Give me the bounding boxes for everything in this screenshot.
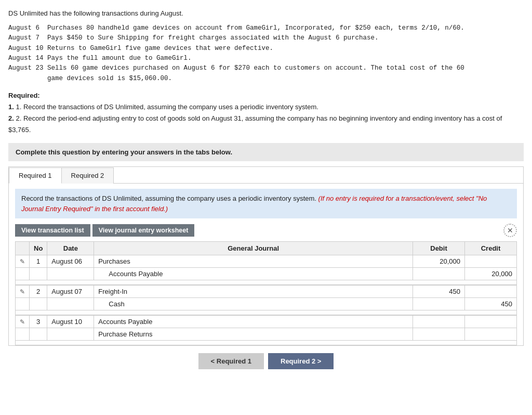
row-account-2a: Freight-In — [94, 285, 413, 298]
toolbar: View transaction list View journal entry… — [15, 224, 517, 237]
journal-table: No Date General Journal Debit Credit ✎ 1… — [15, 241, 517, 345]
req2-label: 2. — [8, 114, 14, 122]
required-block: Required: 1. 1. Record the transactions … — [8, 90, 524, 136]
row-date-1: August 06 — [47, 255, 94, 268]
col-date: Date — [47, 242, 94, 255]
prev-button[interactable]: < Required 1 — [198, 353, 264, 369]
edit-cell-1b — [16, 268, 30, 280]
no-cell-2b — [30, 298, 47, 310]
no-cell-3b — [30, 328, 47, 341]
table-row: Cash 450 — [16, 298, 517, 310]
transaction-item-1: August 6 Purchases 80 handheld game devi… — [8, 23, 524, 33]
row-debit-3b — [413, 328, 465, 341]
edit-icon-cell-1[interactable]: ✎ — [16, 255, 30, 268]
intro-title: DS Unlimited has the following transacti… — [8, 8, 524, 19]
req1-label: 1. — [8, 103, 14, 111]
date-cell-1b — [47, 268, 94, 280]
tabs-container: Required 1 Required 2 Record the transac… — [8, 166, 524, 346]
instruction-main: Record the transactions of DS Unlimited,… — [21, 194, 316, 202]
row-account-3a: Accounts Payable — [94, 315, 413, 328]
table-row: Accounts Payable 20,000 — [16, 268, 517, 280]
table-header-row: No Date General Journal Debit Credit — [16, 242, 517, 255]
intro-section: DS Unlimited has the following transacti… — [8, 8, 524, 84]
row-credit-1a — [465, 255, 517, 268]
row-credit-3a — [465, 315, 517, 328]
col-no: No — [30, 242, 47, 255]
spacer-row — [16, 280, 517, 286]
table-row: ✎ 1 August 06 Purchases 20,000 — [16, 255, 517, 268]
complete-banner: Complete this question by entering your … — [8, 143, 524, 161]
required-header: Required: — [8, 92, 40, 99]
tab-content: Record the transactions of DS Unlimited,… — [9, 184, 523, 345]
row-debit-2b — [413, 298, 465, 310]
row-no-3: 3 — [30, 315, 47, 328]
edit-cell-2b — [16, 298, 30, 310]
row-account-3b: Purchase Returns — [94, 328, 413, 341]
row-credit-1b: 20,000 — [465, 268, 517, 280]
view-transaction-list-button[interactable]: View transaction list — [15, 224, 90, 237]
row-credit-2b: 450 — [465, 298, 517, 310]
view-journal-entry-worksheet-button[interactable]: View journal entry worksheet — [92, 224, 195, 237]
row-no-1: 1 — [30, 255, 47, 268]
edit-icon-cell-2[interactable]: ✎ — [16, 285, 30, 298]
transaction-item-4: August 14 Pays the full amount due to Ga… — [8, 54, 524, 63]
table-row: ✎ 3 August 10 Accounts Payable — [16, 315, 517, 328]
row-debit-1b — [413, 268, 465, 280]
row-no-2: 2 — [30, 285, 47, 298]
bottom-nav: < Required 1 Required 2 > — [8, 353, 524, 374]
edit-icon-1[interactable]: ✎ — [20, 258, 25, 265]
spacer-row — [16, 341, 517, 345]
req1-text: 1. Record the transactions of DS Unlimit… — [16, 103, 318, 111]
no-cell-1b — [30, 268, 47, 280]
date-cell-3b — [47, 328, 94, 341]
transaction-item-5b: game devices sold is $15,060.00. — [8, 74, 524, 84]
row-date-3: August 10 — [47, 315, 94, 328]
edit-cell-3b — [16, 328, 30, 341]
transaction-item-2: August 7 Pays $450 to Sure Shipping for … — [8, 33, 524, 43]
col-edit — [16, 242, 30, 255]
col-general-journal: General Journal — [94, 242, 413, 255]
transaction-item-3: August 10 Returns to GameGirl five game … — [8, 44, 524, 54]
transaction-list: August 6 Purchases 80 handheld game devi… — [8, 23, 524, 84]
close-button[interactable]: ✕ — [503, 224, 517, 237]
col-credit: Credit — [465, 242, 517, 255]
edit-icon-3[interactable]: ✎ — [20, 318, 25, 326]
row-debit-1a: 20,000 — [413, 255, 465, 268]
banner-text: Complete this question by entering your … — [16, 148, 232, 156]
table-row: ✎ 2 August 07 Freight-In 450 — [16, 285, 517, 298]
tab-required1[interactable]: Required 1 — [9, 167, 62, 184]
edit-icon-2[interactable]: ✎ — [20, 288, 25, 295]
col-debit: Debit — [413, 242, 465, 255]
table-row: Purchase Returns — [16, 328, 517, 341]
req2-text: 2. Record the period-end adjusting entry… — [8, 114, 502, 134]
row-account-1a: Purchases — [94, 255, 413, 268]
next-button[interactable]: Required 2 > — [268, 353, 334, 369]
tabs-header: Required 1 Required 2 — [9, 167, 523, 184]
row-account-1b: Accounts Payable — [94, 268, 413, 280]
transaction-item-5: August 23 Sells 60 game devices purchase… — [8, 63, 524, 73]
row-debit-2a: 450 — [413, 285, 465, 298]
row-credit-3b — [465, 328, 517, 341]
spacer-row — [16, 310, 517, 316]
instruction-box: Record the transactions of DS Unlimited,… — [15, 189, 517, 218]
date-cell-2b — [47, 298, 94, 310]
row-credit-2a — [465, 285, 517, 298]
row-account-2b: Cash — [94, 298, 413, 310]
tab-required2[interactable]: Required 2 — [61, 167, 114, 184]
row-date-2: August 07 — [47, 285, 94, 298]
edit-icon-cell-3[interactable]: ✎ — [16, 315, 30, 328]
row-debit-3a — [413, 315, 465, 328]
